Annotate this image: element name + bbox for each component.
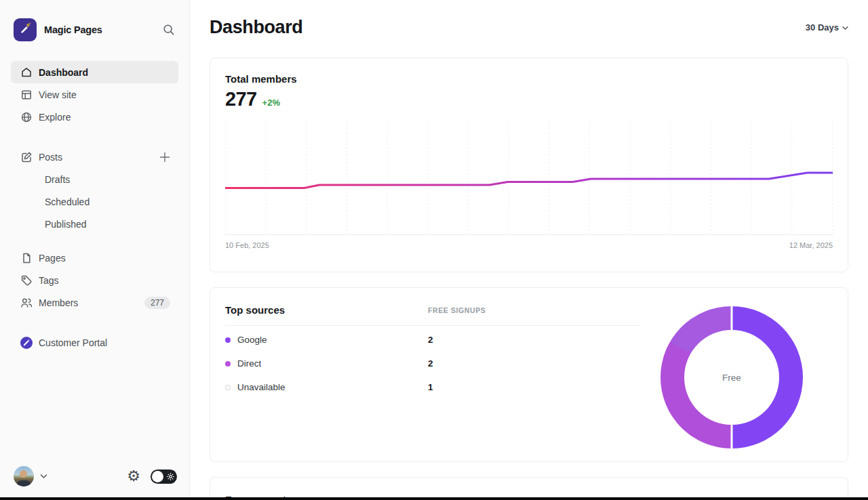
page-icon (20, 252, 33, 264)
tag-icon (20, 274, 33, 287)
edit-post-icon (20, 151, 33, 163)
sidebar-item-pages[interactable]: Pages (11, 247, 178, 269)
members-chart-wrap: 10 Feb, 2025 12 Mar, 2025 (225, 121, 833, 249)
date-range-dropdown[interactable]: 30 Days (806, 22, 848, 33)
nav-section-gap (11, 128, 178, 146)
source-dot-icon (225, 385, 231, 390)
main-content: Dashboard 30 Days Total members 277 +2% (190, 0, 868, 500)
sidebar-item-label: Scheduled (45, 196, 90, 207)
chart-date-row: 10 Feb, 2025 12 Mar, 2025 (225, 241, 833, 249)
donut-separator (731, 425, 733, 449)
sources-header-row: Top sources FREE SIGNUPS (225, 304, 641, 326)
source-label: Direct (225, 358, 428, 369)
total-members-value: 277 (225, 88, 257, 110)
bottom-edge-bar (0, 497, 868, 500)
dark-mode-toggle[interactable] (151, 470, 177, 484)
source-value: 2 (428, 335, 641, 345)
toggle-knob (152, 471, 163, 482)
page-title: Dashboard (210, 17, 302, 38)
members-line (225, 173, 833, 188)
sidebar-item-label: View site (39, 89, 77, 100)
new-post-plus-icon[interactable] (159, 152, 170, 163)
sidebar-item-label: Pages (39, 253, 66, 264)
sidebar-item-label: Published (45, 219, 87, 230)
source-row: Direct2 (225, 352, 641, 375)
search-icon[interactable] (162, 23, 176, 37)
date-range-label: 30 Days (806, 22, 839, 33)
sidebar-item-label: Drafts (45, 174, 70, 185)
top-sources-title: Top sources (225, 304, 428, 316)
globe-icon (20, 111, 33, 123)
app-name: Magic Pages (44, 24, 162, 35)
home-icon (20, 66, 33, 79)
donut-separator (731, 306, 733, 330)
sidebar-item-dashboard[interactable]: Dashboard (11, 61, 178, 83)
free-signups-column-header: FREE SIGNUPS (428, 306, 641, 314)
source-label: Google (225, 335, 428, 345)
magic-wand-icon (19, 22, 32, 38)
total-members-title: Total members (225, 73, 833, 85)
source-value: 2 (428, 358, 641, 369)
top-sources-card: Top sources FREE SIGNUPS Google2Direct2U… (210, 287, 848, 462)
sidebar-item-tags[interactable]: Tags (11, 269, 178, 291)
sidebar-header: Magic Pages (0, 0, 189, 41)
chevron-down-icon (842, 22, 848, 33)
avatar-photo (20, 470, 27, 478)
sidebar-item-label: Customer Portal (39, 337, 107, 348)
sidebar-item-customer-portal[interactable]: Customer Portal (11, 331, 178, 354)
sidebar-item-label: Posts (39, 152, 62, 163)
browser-layout-icon (20, 89, 33, 101)
user-avatar[interactable] (14, 466, 34, 486)
main-header: Dashboard 30 Days (210, 0, 848, 38)
sidebar-item-explore[interactable]: Explore (11, 106, 178, 128)
sidebar-item-label: Dashboard (39, 67, 88, 78)
members-count-badge: 277 (144, 297, 170, 309)
total-members-chart (225, 121, 833, 235)
sidebar-item-label: Members (39, 297, 78, 308)
sidebar-item-members[interactable]: Members 277 (11, 291, 178, 314)
members-people-icon (20, 297, 33, 309)
sidebar-item-label: Tags (39, 275, 59, 286)
sidebar-item-drafts[interactable]: Drafts (11, 168, 178, 190)
donut-center-label: Free (684, 330, 779, 425)
settings-gear-icon[interactable]: ⚙ (127, 469, 140, 484)
user-menu-chevron-down-icon[interactable] (40, 474, 47, 479)
source-dot-icon (225, 337, 231, 343)
sidebar-item-posts[interactable]: Posts (11, 146, 178, 168)
sidebar-footer: ⚙ (14, 466, 177, 486)
source-value: 1 (428, 382, 641, 392)
signups-donut-chart: Free (660, 306, 803, 449)
nav-section-gap (11, 314, 178, 331)
sources-table: Top sources FREE SIGNUPS Google2Direct2U… (225, 304, 641, 399)
sidebar: Magic Pages Dashboard Vie (0, 0, 190, 500)
sidebar-item-view-site[interactable]: View site (11, 83, 178, 106)
source-dot-icon (225, 361, 231, 367)
total-members-delta: +2% (262, 98, 280, 108)
sidebar-item-published[interactable]: Published (11, 213, 178, 235)
sun-icon (167, 473, 174, 480)
chart-start-date: 10 Feb, 2025 (225, 241, 269, 249)
total-members-card: Total members 277 +2% 10 Feb, 2025 12 Ma… (210, 58, 848, 272)
source-label: Unavailable (225, 382, 428, 392)
chart-end-date: 12 Mar, 2025 (789, 241, 833, 249)
engagement-card: Engagement (210, 477, 848, 500)
nav-section-gap (11, 235, 178, 247)
sidebar-item-label: Explore (39, 112, 71, 123)
source-row: Unavailable1 (225, 375, 641, 399)
metric-row: 277 +2% (225, 88, 833, 110)
source-row: Google2 (225, 328, 641, 352)
sidebar-item-scheduled[interactable]: Scheduled (11, 190, 178, 213)
app-logo (14, 18, 37, 41)
sources-rows: Google2Direct2Unavailable1 (225, 328, 641, 399)
customer-portal-icon (20, 337, 33, 349)
sidebar-nav: Dashboard View site Explore (0, 61, 189, 354)
